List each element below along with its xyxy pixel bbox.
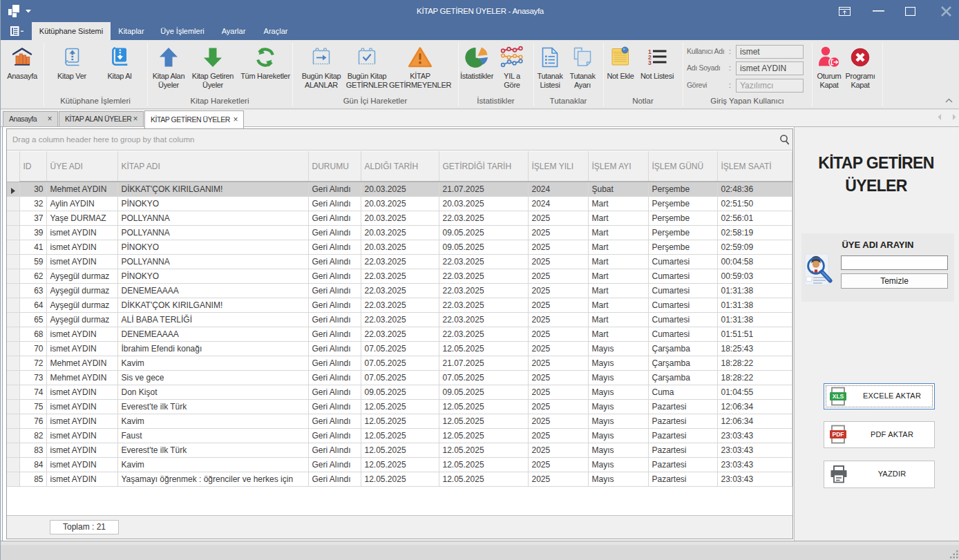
svg-text:XLS: XLS: [833, 393, 844, 400]
svg-text:PDF: PDF: [833, 431, 844, 438]
svg-text:3: 3: [648, 59, 652, 66]
